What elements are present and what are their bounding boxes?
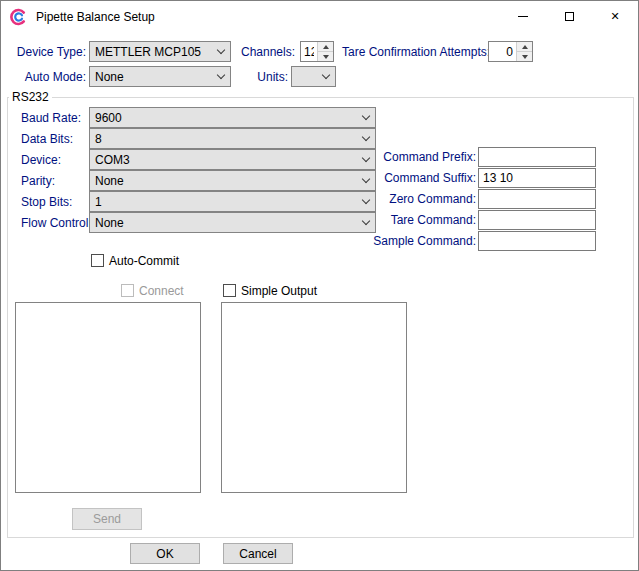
device-select[interactable]: COM3 xyxy=(89,149,376,170)
sample-command-input[interactable] xyxy=(478,231,596,251)
close-icon: ✕ xyxy=(610,11,619,22)
baud-rate-select[interactable]: 9600 xyxy=(89,107,376,128)
simple-output-checkbox[interactable] xyxy=(223,284,236,297)
stop-bits-label: Stop Bits: xyxy=(21,195,72,209)
chevron-down-icon xyxy=(211,67,230,86)
device-label: Device: xyxy=(21,153,61,167)
connect-checkbox xyxy=(121,284,134,297)
auto-commit-label: Auto-Commit xyxy=(109,254,179,268)
chevron-down-icon xyxy=(356,129,375,148)
tare-attempts-input[interactable] xyxy=(489,42,516,61)
pipette-balance-setup-dialog: Pipette Balance Setup ✕ Device Type: MET… xyxy=(0,0,639,571)
list-box-left[interactable] xyxy=(15,302,201,493)
minimize-icon xyxy=(518,16,528,17)
chevron-down-icon xyxy=(211,42,230,61)
stop-bits-select[interactable]: 1 xyxy=(89,191,376,212)
command-prefix-label: Command Prefix: xyxy=(366,150,476,164)
close-button[interactable]: ✕ xyxy=(592,1,638,32)
spin-down-icon[interactable] xyxy=(517,51,532,61)
spin-down-icon[interactable] xyxy=(318,51,333,61)
chevron-down-icon xyxy=(316,67,335,86)
titlebar[interactable]: Pipette Balance Setup ✕ xyxy=(1,1,638,32)
tare-attempts-stepper[interactable] xyxy=(488,41,533,62)
flow-control-select[interactable]: None xyxy=(89,212,376,233)
data-bits-select[interactable]: 8 xyxy=(89,128,376,149)
units-select[interactable] xyxy=(291,66,336,87)
window-title: Pipette Balance Setup xyxy=(36,10,155,24)
zero-command-label: Zero Command: xyxy=(366,192,476,206)
ok-button[interactable]: OK xyxy=(130,543,200,564)
maximize-button[interactable] xyxy=(546,1,592,32)
spin-up-icon[interactable] xyxy=(517,42,532,51)
data-bits-label: Data Bits: xyxy=(21,132,73,146)
baud-rate-label: Baud Rate: xyxy=(21,111,81,125)
auto-mode-label: Auto Mode: xyxy=(11,70,86,84)
command-suffix-input[interactable] xyxy=(478,168,596,188)
minimize-button[interactable] xyxy=(500,1,546,32)
cancel-button[interactable]: Cancel xyxy=(223,543,293,564)
parity-select[interactable]: None xyxy=(89,170,376,191)
caption-buttons: ✕ xyxy=(500,1,638,32)
parity-label: Parity: xyxy=(21,174,55,188)
auto-mode-select[interactable]: None xyxy=(89,66,231,87)
tare-command-label: Tare Command: xyxy=(366,213,476,227)
tare-attempts-label: Tare Confirmation Attempts: xyxy=(342,45,490,59)
sample-command-label: Sample Command: xyxy=(366,234,476,248)
send-button: Send xyxy=(72,508,142,530)
app-logo-icon xyxy=(10,8,28,26)
device-type-select[interactable]: METTLER MCP105 xyxy=(89,41,231,62)
device-type-label: Device Type: xyxy=(11,45,86,59)
command-prefix-input[interactable] xyxy=(478,147,596,167)
maximize-icon xyxy=(565,12,574,21)
list-box-right[interactable] xyxy=(221,302,407,493)
channels-label: Channels: xyxy=(241,45,295,59)
channels-stepper[interactable] xyxy=(300,41,334,62)
spin-up-icon[interactable] xyxy=(318,42,333,51)
flow-control-label: Flow Control: xyxy=(21,216,92,230)
tare-command-input[interactable] xyxy=(478,210,596,230)
connect-label: Connect xyxy=(139,284,184,298)
chevron-down-icon xyxy=(356,108,375,127)
command-suffix-label: Command Suffix: xyxy=(366,171,476,185)
channels-input[interactable] xyxy=(301,42,317,61)
rs232-group-label: RS232 xyxy=(9,90,52,104)
auto-commit-checkbox[interactable] xyxy=(91,254,104,267)
units-label: Units: xyxy=(244,70,288,84)
simple-output-label: Simple Output xyxy=(241,284,317,298)
zero-command-input[interactable] xyxy=(478,189,596,209)
